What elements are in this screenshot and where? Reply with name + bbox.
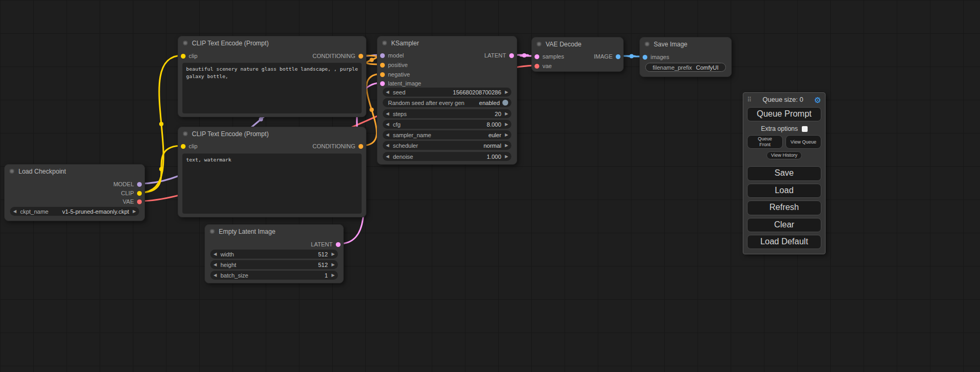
node-save-image[interactable]: Save Imageimagesfilename_prefixComfyUI — [639, 37, 732, 77]
input-slot-dot[interactable] — [380, 72, 385, 77]
output-slot-IMAGE[interactable]: IMAGE — [594, 52, 620, 61]
node-load-checkpoint[interactable]: Load CheckpointMODELCLIPVAE◀ckpt_namev1-… — [4, 164, 145, 221]
decrement-arrow-icon[interactable]: ◀ — [386, 122, 389, 127]
node-clip-negative[interactable]: CLIP Text Encode (Prompt)clipCONDITIONIN… — [178, 127, 366, 217]
input-slot-negative[interactable]: negative — [380, 70, 410, 79]
widget-ckpt-name[interactable]: ◀ckpt_namev1-5-pruned-emaonly.ckpt▶ — [10, 207, 139, 216]
decrement-arrow-icon[interactable]: ◀ — [214, 263, 217, 267]
input-slot-clip[interactable]: clip — [181, 142, 198, 150]
widget-denoise[interactable]: ◀denoise1.000▶ — [383, 152, 511, 161]
input-slot-dot[interactable] — [643, 55, 647, 60]
node-title-bar[interactable]: Empty Latent Image — [205, 225, 343, 238]
view-queue-button[interactable]: View Queue — [785, 135, 821, 149]
collapse-dot[interactable] — [382, 41, 387, 45]
collapse-dot[interactable] — [9, 169, 14, 174]
input-slot-samples[interactable]: samples — [535, 52, 564, 61]
node-graph-canvas[interactable]: ⠿ Queue size: 0 ⚙ Queue Prompt Extra opt… — [0, 0, 980, 372]
widget-random-seed-after-every-gen[interactable]: Random seed after every genenabled — [383, 98, 511, 107]
load-default-button[interactable]: Load Default — [747, 235, 821, 249]
input-slot-dot[interactable] — [181, 144, 186, 149]
prompt-textarea[interactable]: beautiful scenery nature glass bottle la… — [182, 63, 362, 113]
widget-scheduler[interactable]: ◀schedulernormal▶ — [383, 141, 511, 150]
widget-seed[interactable]: ◀seed156680208700286▶ — [383, 88, 511, 97]
input-slot-dot[interactable] — [181, 54, 186, 59]
node-empty-latent[interactable]: Empty Latent ImageLATENT◀width512▶◀heigh… — [205, 224, 344, 283]
input-slot-latent_image[interactable]: latent_image — [380, 79, 421, 88]
output-slot-VAE[interactable]: VAE — [123, 197, 142, 206]
node-clip-positive[interactable]: CLIP Text Encode (Prompt)clipCONDITIONIN… — [178, 36, 366, 117]
decrement-arrow-icon[interactable]: ◀ — [386, 155, 389, 159]
increment-arrow-icon[interactable]: ▶ — [505, 144, 508, 148]
increment-arrow-icon[interactable]: ▶ — [505, 90, 508, 94]
collapse-dot[interactable] — [645, 42, 649, 46]
increment-arrow-icon[interactable]: ▶ — [505, 122, 508, 127]
increment-arrow-icon[interactable]: ▶ — [332, 252, 335, 256]
widget-sampler-name[interactable]: ◀sampler_nameeuler▶ — [383, 130, 511, 139]
increment-arrow-icon[interactable]: ▶ — [332, 273, 335, 278]
widget-width[interactable]: ◀width512▶ — [210, 250, 338, 259]
widget-cfg[interactable]: ◀cfg8.000▶ — [383, 120, 511, 129]
node-ksampler[interactable]: KSamplermodelpositivenegativelatent_imag… — [377, 36, 517, 165]
widget-filename-prefix[interactable]: filename_prefixComfyUI — [645, 63, 726, 72]
link-midpoint-dot[interactable] — [370, 108, 374, 112]
output-slot-CONDITIONING[interactable]: CONDITIONING — [313, 142, 363, 150]
refresh-button[interactable]: Refresh — [747, 201, 821, 215]
output-slot-dot[interactable] — [509, 53, 514, 58]
input-slot-dot[interactable] — [380, 63, 385, 68]
output-slot-MODEL[interactable]: MODEL — [113, 180, 142, 188]
widget-height[interactable]: ◀height512▶ — [210, 260, 338, 269]
link-midpoint-dot[interactable] — [159, 122, 163, 126]
decrement-arrow-icon[interactable]: ◀ — [386, 133, 389, 137]
collapse-dot[interactable] — [183, 131, 188, 136]
increment-arrow-icon[interactable]: ▶ — [505, 155, 508, 159]
node-title-bar[interactable]: VAE Decode — [532, 37, 623, 51]
link-midpoint-dot[interactable] — [259, 117, 263, 121]
node-title-bar[interactable]: Save Image — [640, 37, 731, 51]
toggle-on-dot[interactable] — [502, 100, 508, 106]
output-slot-LATENT[interactable]: LATENT — [484, 51, 514, 60]
collapse-dot[interactable] — [183, 41, 188, 45]
node-title-bar[interactable]: KSampler — [377, 36, 517, 50]
decrement-arrow-icon[interactable]: ◀ — [13, 209, 16, 214]
output-slot-dot[interactable] — [616, 54, 620, 59]
link-midpoint-dot[interactable] — [159, 167, 163, 171]
settings-gear-icon[interactable]: ⚙ — [814, 96, 821, 104]
decrement-arrow-icon[interactable]: ◀ — [214, 273, 217, 278]
increment-arrow-icon[interactable]: ▶ — [505, 133, 508, 137]
input-slot-dot[interactable] — [380, 53, 385, 58]
queue-prompt-button[interactable]: Queue Prompt — [747, 107, 821, 121]
clear-button[interactable]: Clear — [747, 218, 821, 232]
collapse-dot[interactable] — [537, 42, 541, 46]
node-title-bar[interactable]: Load Checkpoint — [5, 165, 144, 178]
input-slot-dot[interactable] — [380, 81, 385, 86]
decrement-arrow-icon[interactable]: ◀ — [386, 112, 389, 116]
increment-arrow-icon[interactable]: ▶ — [332, 263, 335, 267]
extra-options-checkbox[interactable] — [802, 126, 808, 132]
output-slot-dot[interactable] — [336, 242, 341, 247]
link-midpoint-dot[interactable] — [370, 58, 374, 62]
output-slot-CLIP[interactable]: CLIP — [121, 189, 142, 197]
input-slot-positive[interactable]: positive — [380, 61, 407, 69]
output-slot-dot[interactable] — [358, 54, 363, 59]
widget-batch-size[interactable]: ◀batch_size1▶ — [210, 271, 338, 280]
output-slot-LATENT[interactable]: LATENT — [311, 240, 341, 249]
input-slot-dot[interactable] — [535, 54, 539, 59]
save-button[interactable]: Save — [747, 166, 821, 180]
queue-front-button[interactable]: Queue Front — [747, 135, 783, 149]
input-slot-clip[interactable]: clip — [181, 52, 198, 60]
increment-arrow-icon[interactable]: ▶ — [505, 112, 508, 116]
node-vae-decode[interactable]: VAE DecodesamplesvaeIMAGE — [531, 37, 624, 72]
input-slot-images[interactable]: images — [643, 53, 669, 61]
output-slot-dot[interactable] — [137, 191, 142, 196]
collapse-dot[interactable] — [210, 229, 215, 234]
decrement-arrow-icon[interactable]: ◀ — [386, 144, 389, 148]
decrement-arrow-icon[interactable]: ◀ — [386, 90, 389, 94]
decrement-arrow-icon[interactable]: ◀ — [214, 252, 217, 256]
node-title-bar[interactable]: CLIP Text Encode (Prompt) — [178, 127, 366, 140]
input-slot-model[interactable]: model — [380, 51, 404, 60]
link-midpoint-dot[interactable] — [629, 54, 634, 59]
output-slot-dot[interactable] — [358, 144, 363, 149]
output-slot-dot[interactable] — [137, 199, 142, 204]
increment-arrow-icon[interactable]: ▶ — [133, 209, 136, 214]
drag-handle-icon[interactable]: ⠿ — [747, 96, 752, 103]
